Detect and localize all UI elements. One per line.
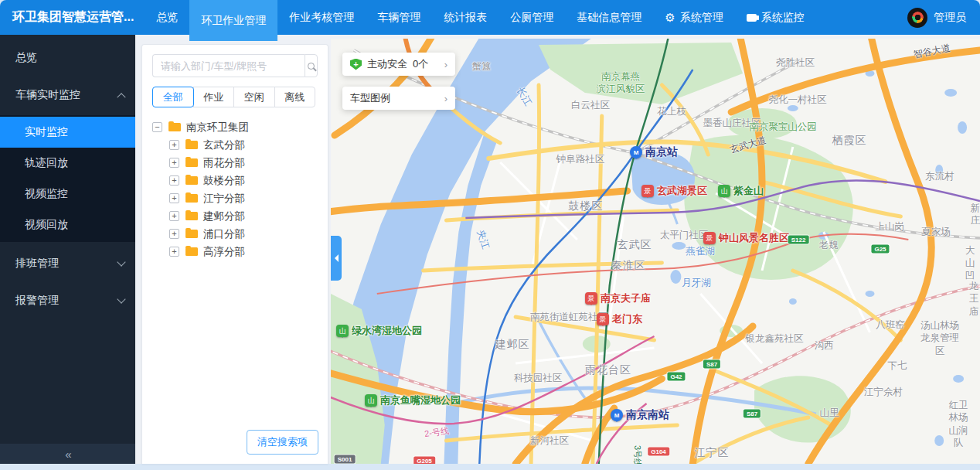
chevron-down-icon	[117, 295, 125, 303]
nav-item-label: 作业考核管理	[289, 11, 354, 25]
panel-collapse-handle[interactable]	[331, 236, 342, 281]
collapse-node-icon[interactable]: −	[152, 122, 162, 132]
sidebar-subitem-label: 视频监控	[25, 187, 68, 201]
sidebar-item-排班管理[interactable]: 排班管理	[0, 248, 135, 279]
sidebar-menu: 总览车辆实时监控实时监控轨迹回放视频监控视频回放排班管理报警管理	[0, 43, 135, 316]
search-input[interactable]	[152, 54, 305, 77]
nav-item-label: 系统管理	[680, 11, 723, 25]
tab-空闲[interactable]: 空闲	[233, 87, 275, 107]
tree-node-鼓楼分部[interactable]: +鼓楼分部	[152, 172, 318, 189]
tree-node-玄武分部[interactable]: +玄武分部	[152, 136, 318, 154]
sidebar-item-label: 排班管理	[15, 257, 59, 271]
nav-item-基础信息管理[interactable]: 基础信息管理	[565, 0, 653, 35]
safety-label: 主动安全	[367, 57, 407, 71]
tree-node-浦口分部[interactable]: +浦口分部	[152, 225, 318, 243]
sidebar-subitem-轨迹回放[interactable]: 轨迹回放	[0, 148, 135, 179]
nav-item-label: 车辆管理	[377, 11, 420, 25]
vehicle-legend-card[interactable]: 车型图例 ›	[342, 87, 455, 110]
sidebar-submenu: 实时监控轨迹回放视频监控视频回放	[0, 115, 135, 242]
sidebar-item-车辆实时监控[interactable]: 车辆实时监控	[0, 80, 135, 111]
monitor-icon	[747, 14, 757, 22]
nav-item-label: 统计报表	[444, 11, 487, 25]
nav-item-公厕管理[interactable]: 公厕管理	[499, 0, 565, 35]
sidebar: 总览车辆实时监控实时监控轨迹回放视频监控视频回放排班管理报警管理 «	[0, 35, 135, 464]
nav-item-统计报表[interactable]: 统计报表	[432, 0, 499, 35]
expand-node-icon[interactable]: +	[169, 158, 179, 168]
folder-icon	[185, 176, 198, 185]
folder-icon	[185, 212, 198, 220]
sidebar-subitem-label: 轨迹回放	[25, 156, 68, 170]
folder-icon	[185, 247, 198, 256]
expand-node-icon[interactable]: +	[169, 247, 179, 257]
tree-node-江宁分部[interactable]: +江宁分部	[152, 189, 318, 207]
avatar[interactable]	[907, 8, 927, 28]
expand-node-icon[interactable]: +	[169, 140, 179, 150]
expand-node-icon[interactable]: +	[169, 193, 179, 203]
folder-icon	[168, 123, 181, 131]
tab-全部[interactable]: 全部	[152, 87, 194, 107]
status-tabs: 全部作业空闲离线	[152, 87, 318, 107]
nav-item-label: 环卫作业管理	[201, 14, 266, 28]
tree-node-label: 江宁分部	[203, 192, 245, 206]
map-area[interactable]: 蟹簋南京幕燕 滨江风貌区白云社区花上枝墨香山庄社区钟阜路社区尧胜社区尧化一村社区…	[331, 39, 980, 464]
expand-node-icon[interactable]: +	[169, 229, 179, 239]
expand-node-icon[interactable]: +	[169, 175, 179, 186]
search-row	[152, 54, 318, 77]
tree-root[interactable]: −南京环卫集团	[152, 118, 318, 136]
sidebar-item-总览[interactable]: 总览	[0, 43, 135, 73]
tree-node-label: 浦口分部	[203, 227, 245, 241]
tree-root-label: 南京环卫集团	[186, 121, 249, 135]
folder-icon	[185, 194, 198, 203]
vehicle-tree-panel: 全部作业空闲离线 −南京环卫集团+玄武分部+雨花分部+鼓楼分部+江宁分部+建邺分…	[141, 44, 328, 464]
gear-icon: ⚙	[665, 12, 675, 23]
sidebar-item-报警管理[interactable]: 报警管理	[0, 285, 135, 316]
content-area: 总览车辆实时监控实时监控轨迹回放视频监控视频回放排班管理报警管理 « 全部作业空…	[0, 35, 980, 464]
clear-search-button[interactable]: 清空搜索项	[247, 430, 318, 455]
chevron-up-icon	[117, 93, 125, 101]
tree-node-label: 高淳分部	[203, 245, 245, 259]
sidebar-subitem-label: 视频回放	[25, 218, 68, 232]
nav-item-系统管理[interactable]: ⚙系统管理	[653, 0, 734, 35]
sidebar-subitem-实时监控[interactable]: 实时监控	[0, 117, 135, 148]
sidebar-collapse-button[interactable]: «	[0, 444, 135, 464]
folder-icon	[185, 158, 198, 167]
user-name: 管理员	[934, 11, 966, 25]
chevron-down-icon	[117, 257, 125, 266]
department-tree: −南京环卫集团+玄武分部+雨花分部+鼓楼分部+江宁分部+建邺分部+浦口分部+高淳…	[152, 118, 318, 261]
collapse-icon: «	[65, 448, 70, 461]
active-safety-card[interactable]: + 主动安全 0个 ›	[342, 53, 455, 76]
tree-node-label: 鼓楼分部	[203, 174, 245, 188]
tree-node-label: 建邺分部	[203, 209, 245, 223]
nav-item-label: 总览	[156, 11, 178, 25]
tree-node-label: 雨花分部	[203, 156, 245, 170]
tree-node-建邺分部[interactable]: +建邺分部	[152, 207, 318, 225]
tree-node-高淳分部[interactable]: +高淳分部	[152, 243, 318, 261]
app-title: 环卫集团智慧运营管...	[0, 9, 145, 26]
sidebar-item-label: 车辆实时监控	[15, 88, 80, 102]
company-logo-icon	[912, 12, 924, 23]
search-button[interactable]	[305, 54, 318, 77]
tab-作业[interactable]: 作业	[193, 87, 235, 107]
nav-item-label: 系统监控	[761, 11, 805, 25]
folder-icon	[185, 141, 198, 149]
tab-离线[interactable]: 离线	[274, 87, 316, 107]
tree-node-雨花分部[interactable]: +雨花分部	[152, 154, 318, 172]
nav-item-作业考核管理[interactable]: 作业考核管理	[277, 0, 366, 35]
expand-node-icon[interactable]: +	[169, 211, 179, 221]
chevron-right-icon: ›	[444, 59, 447, 70]
nav-item-label: 公厕管理	[510, 11, 553, 25]
top-navbar: 环卫集团智慧运营管... 总览环卫作业管理作业考核管理车辆管理统计报表公厕管理基…	[0, 0, 980, 35]
sidebar-subitem-label: 实时监控	[25, 125, 68, 139]
folder-icon	[185, 230, 198, 238]
nav-item-车辆管理[interactable]: 车辆管理	[366, 0, 432, 35]
chevron-right-icon: ›	[444, 93, 447, 104]
sidebar-subitem-视频回放[interactable]: 视频回放	[0, 209, 135, 240]
sidebar-item-label: 总览	[15, 51, 37, 65]
nav-item-环卫作业管理[interactable]: 环卫作业管理	[189, 0, 277, 41]
nav-item-总览[interactable]: 总览	[145, 0, 189, 35]
user-menu[interactable]: 管理员	[907, 8, 980, 28]
legend-label: 车型图例	[350, 91, 390, 105]
nav-item-系统监控[interactable]: 系统监控	[735, 0, 816, 35]
tree-node-label: 玄武分部	[203, 138, 245, 152]
sidebar-subitem-视频监控[interactable]: 视频监控	[0, 179, 135, 209]
